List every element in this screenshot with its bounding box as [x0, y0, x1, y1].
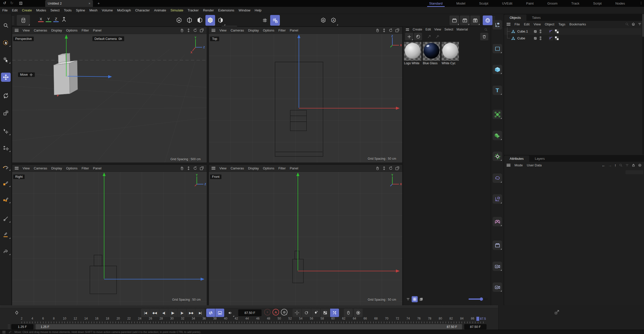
- search-tool-icon[interactable]: [1, 21, 11, 29]
- range-bar-left-grip[interactable]: [37, 325, 39, 329]
- viewport-menu-options[interactable]: Options: [66, 28, 77, 32]
- material-item[interactable]: Logo White: [404, 42, 421, 65]
- menu-tracker[interactable]: Tracker: [188, 8, 199, 12]
- pan-view-icon[interactable]: [375, 166, 380, 171]
- record-position-icon[interactable]: [293, 309, 301, 317]
- material-menu-icon[interactable]: [406, 28, 409, 30]
- transform-tool-icon[interactable]: [1, 127, 11, 135]
- status-menu-icon[interactable]: [3, 331, 6, 333]
- add-material-button[interactable]: [405, 33, 413, 40]
- menu-edit[interactable]: Edit: [12, 8, 18, 12]
- text-object-icon[interactable]: T: [493, 86, 502, 95]
- slider-knob[interactable]: [480, 297, 483, 301]
- range-end-field[interactable]: 87.50 F: [464, 324, 487, 329]
- viewport-menu-cameras[interactable]: Cameras: [231, 166, 244, 170]
- objects-menu-file[interactable]: File: [514, 22, 520, 26]
- material-menu-view[interactable]: View: [434, 28, 441, 31]
- axis-lock-z[interactable]: Z: [53, 17, 59, 22]
- viewport-menu-filter[interactable]: Filter: [82, 28, 89, 32]
- parent-up-icon[interactable]: ↑: [615, 163, 617, 167]
- timeline-ruler[interactable]: 2468101214161820222426283032343638404244…: [0, 317, 498, 321]
- phong-tag-icon[interactable]: [549, 29, 553, 34]
- viewport-front-canvas[interactable]: Front Y X Grid Spacing : 50 cm: [209, 172, 402, 307]
- material-item[interactable]: Blue Glass: [423, 42, 440, 65]
- null-object-icon[interactable]: [493, 20, 502, 29]
- material-list-view-icon[interactable]: [405, 296, 411, 302]
- save-icon[interactable]: [19, 1, 23, 5]
- mode-edges-icon[interactable]: [185, 15, 194, 26]
- viewport-menu-cameras[interactable]: Cameras: [34, 28, 47, 32]
- pan-view-icon[interactable]: [180, 28, 184, 33]
- viewport-menu-panel[interactable]: Panel: [93, 28, 101, 32]
- previous-frame-button[interactable]: ◀|: [159, 309, 168, 317]
- layout-tab-nodes[interactable]: Nodes: [615, 1, 625, 6]
- object-row-cube[interactable]: Cube: [504, 35, 641, 42]
- redo-icon[interactable]: ↻: [10, 1, 13, 5]
- attributes-menu-icon[interactable]: [507, 164, 510, 167]
- pan-view-icon[interactable]: [375, 28, 380, 33]
- phong-tag-icon[interactable]: [549, 36, 553, 40]
- camera-object-icon[interactable]: [493, 262, 502, 271]
- active-camera-label[interactable]: Default Camera: [92, 36, 124, 41]
- viewport-menu-icon[interactable]: [15, 29, 19, 32]
- texture-tag-icon[interactable]: [555, 36, 559, 40]
- zoom-view-icon[interactable]: [382, 28, 387, 33]
- toolbar-grip[interactable]: [12, 16, 15, 25]
- interactive-render-region-icon[interactable]: [483, 15, 492, 25]
- layout-tab-sculpt[interactable]: Sculpt: [479, 1, 489, 6]
- material-menu-select[interactable]: Select: [444, 28, 453, 31]
- menu-tools[interactable]: Tools: [64, 8, 72, 12]
- sketch-tool-icon[interactable]: [1, 179, 11, 187]
- record-scale-icon[interactable]: [302, 309, 311, 317]
- next-key-button[interactable]: ▶◆: [187, 309, 196, 317]
- objects-menu-icon[interactable]: [507, 23, 510, 26]
- tab-takes[interactable]: Takes: [526, 14, 546, 21]
- line-pen-icon[interactable]: [1, 231, 11, 239]
- menu-spline[interactable]: Spline: [76, 8, 85, 12]
- range-grip[interactable]: [8, 324, 10, 329]
- attributes-menu-userdata[interactable]: User Data: [527, 163, 542, 167]
- zoom-view-icon[interactable]: [186, 28, 191, 33]
- viewport-menu-view[interactable]: View: [23, 166, 30, 170]
- rotate-view-icon[interactable]: [193, 166, 198, 171]
- objects-menu-edit[interactable]: Edit: [524, 22, 529, 26]
- instance-icon[interactable]: [493, 217, 502, 226]
- viewport-menu-options[interactable]: Options: [263, 28, 274, 32]
- goto-start-button[interactable]: |◀: [141, 309, 150, 317]
- undo-icon[interactable]: ↺: [3, 1, 6, 5]
- axis-lock-x[interactable]: X: [38, 17, 44, 22]
- viewport-right[interactable]: View Cameras Display Options Filter Pane…: [12, 165, 207, 307]
- menu-volume[interactable]: Volume: [102, 8, 113, 12]
- rotate-view-icon[interactable]: [193, 28, 198, 33]
- range-bar-right-grip[interactable]: [459, 325, 461, 329]
- open-timeline-window-icon[interactable]: [554, 309, 560, 315]
- rotate-view-icon[interactable]: [388, 28, 393, 33]
- maximize-view-icon[interactable]: [199, 166, 204, 171]
- viewport-menu-filter[interactable]: Filter: [278, 28, 286, 32]
- pan-view-icon[interactable]: [180, 166, 184, 171]
- current-frame-field[interactable]: 87.50 F: [238, 309, 262, 316]
- next-frame-button[interactable]: |▶: [178, 309, 186, 317]
- material-thumbnail[interactable]: [404, 42, 421, 61]
- viewport-menu-panel[interactable]: Panel: [93, 166, 101, 170]
- menu-select[interactable]: Select: [50, 8, 59, 12]
- move-tool-icon[interactable]: [1, 73, 11, 82]
- layout-tab-standard[interactable]: Standard: [429, 1, 443, 6]
- menu-window[interactable]: Window: [239, 8, 250, 12]
- tab-attributes[interactable]: Attributes: [504, 155, 529, 162]
- objects-home-icon[interactable]: [631, 22, 635, 26]
- viewport-front[interactable]: View Cameras Display Options Filter Pane…: [209, 165, 402, 307]
- previous-key-button[interactable]: ◆◀: [150, 309, 159, 317]
- modeling-pen-icon[interactable]: [1, 195, 11, 203]
- grid-icon[interactable]: [260, 15, 270, 26]
- record-parameter-icon[interactable]: [321, 309, 330, 317]
- needle-tool-icon[interactable]: [1, 215, 11, 223]
- menu-mesh[interactable]: Mesh: [89, 8, 98, 12]
- record-pla-icon[interactable]: [330, 309, 339, 317]
- render-picture-viewer-icon[interactable]: [460, 15, 470, 25]
- material-search-icon[interactable]: [484, 28, 488, 31]
- viewport-menu-filter[interactable]: Filter: [82, 166, 89, 170]
- maximize-view-icon[interactable]: [395, 166, 400, 171]
- tweak-tool-icon[interactable]: [1, 56, 11, 64]
- menu-create[interactable]: Create: [22, 8, 32, 12]
